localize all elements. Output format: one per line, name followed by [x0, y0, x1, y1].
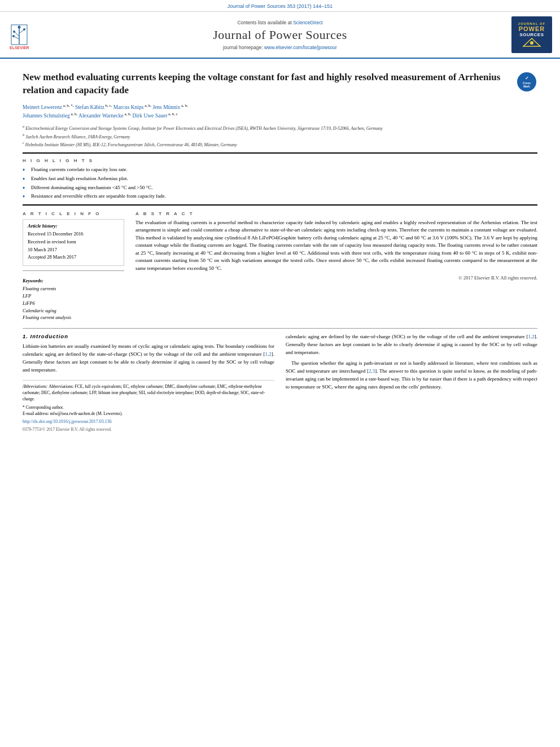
svg-point-11 [530, 41, 533, 45]
keyword-5: Floating current analysis [23, 314, 124, 321]
svg-point-5 [13, 30, 15, 33]
header-center: Contents lists available at ScienceDirec… [56, 16, 504, 53]
intro-para-1: Lithium-ion batteries are usually examin… [23, 343, 274, 374]
homepage-url[interactable]: www.elsevier.com/locate/jpowsour [264, 45, 337, 50]
introduction-body: Lithium-ion batteries are usually examin… [23, 343, 274, 374]
bullet-4: ♦ [23, 193, 28, 199]
footnote-area: Abbreviations: Abbreviations: FCE, full … [23, 380, 274, 433]
keywords-label: Keywords: [23, 278, 124, 283]
info-abstract-row: A R T I C L E I N F O Article history: R… [23, 211, 537, 324]
sciencedirect-link[interactable]: ScienceDirect [293, 20, 322, 25]
ref-2-3[interactable]: 2,3 [369, 368, 375, 374]
page: Journal of Power Sources 353 (2017) 144–… [0, 0, 560, 747]
journal-title: Journal of Power Sources [213, 28, 347, 42]
header-right: JOURNAL OF POWER SOURCES [509, 16, 554, 53]
col-left: 1. Introduction Lithium-ion batteries ar… [23, 333, 274, 433]
abbreviations-note: Abbreviations: Abbreviations: FCE, full … [23, 383, 274, 403]
power-sources-logo: JOURNAL OF POWER SOURCES [511, 16, 552, 53]
divider-bottom [23, 328, 537, 329]
svg-point-6 [23, 28, 25, 30]
article-history-label: Article history: [28, 223, 119, 229]
author-munnix: Jens Münnix [152, 104, 180, 110]
article-info-col: A R T I C L E I N F O Article history: R… [23, 211, 124, 324]
abstract-text: The evaluation of floating currents is a… [135, 219, 537, 273]
author-kabitz: Stefan Käbitz [75, 104, 104, 110]
svg-point-8 [18, 26, 21, 29]
logo-power-text: POWER [519, 25, 545, 32]
affiliations: a Electrochemical Energy Conversion and … [23, 124, 537, 148]
author-knips: Marcus Knips [113, 104, 144, 110]
article-title-section: New method evaluating currents keeping t… [23, 71, 537, 97]
highlight-text-3: Different dominating aging mechanism <45… [31, 184, 152, 191]
bullet-2: ♦ [23, 176, 28, 182]
highlight-4: ♦ Resistance and reversible effects are … [23, 193, 537, 200]
doi-line[interactable]: http://dx.doi.org/10.1016/j.jpowsour.201… [23, 418, 274, 425]
highlight-2: ♦ Enables fast and high resolution Arrhe… [23, 175, 537, 182]
article-title: New method evaluating currents keeping t… [23, 71, 511, 97]
journal-top-bar: Journal of Power Sources 353 (2017) 144–… [0, 0, 560, 12]
abbrev-label: Abbreviations: [23, 384, 49, 389]
divider-info [23, 270, 124, 271]
highlight-3: ♦ Different dominating aging mechanism <… [23, 184, 537, 191]
sciencedirect-line: Contents lists available at ScienceDirec… [237, 20, 322, 25]
article-history-box: Article history: Received 15 December 20… [23, 219, 124, 267]
ref-1-2[interactable]: 1,2 [528, 334, 535, 339]
intro-para-2b: The question whether the aging is path-i… [286, 360, 537, 391]
header-area: ELSEVIER Contents lists available at Sci… [0, 12, 560, 59]
highlight-text-2: Enables fast and high resolution Arrheni… [31, 175, 128, 182]
abbrev-text: Abbreviations: FCE, full cycle equivalen… [23, 384, 265, 402]
svg-text:ELSEVIER: ELSEVIER [10, 46, 29, 50]
affil-a: a Electrochemical Energy Conversion and … [23, 124, 537, 132]
affil-c: c Helmholtz Institute Münster (HI MS), I… [23, 140, 537, 148]
col-right-body: calendaric aging are defined by the stat… [286, 333, 537, 391]
introduction-heading: 1. Introduction [23, 333, 274, 339]
highlight-text-4: Resistance and reversible effects are se… [31, 193, 166, 200]
article-info-label: A R T I C L E I N F O [23, 211, 124, 216]
issn-line: 0378-7753/© 2017 Elsevier B.V. All right… [23, 426, 274, 433]
keyword-1: Floating currents [23, 285, 124, 292]
main-content: New method evaluating currents keeping t… [0, 59, 560, 438]
intro-para-2a: calendaric aging are defined by the stat… [286, 333, 537, 357]
highlight-text-1: Floating currents correlate to capacity … [31, 166, 128, 173]
logo-sources-text: SOURCES [519, 32, 544, 37]
keyword-2: LFP [23, 292, 124, 300]
keywords-box: Keywords: Floating currents LFP LiFP6 Ca… [23, 276, 124, 324]
journal-citation: Journal of Power Sources 353 (2017) 144–… [228, 3, 333, 9]
author-sauer: Dirk Uwe Sauer [133, 113, 168, 119]
highlights-label: H I G H L I G H T S [23, 158, 537, 163]
corresponding-note: * Corresponding author. [23, 404, 274, 410]
accepted-info: Accepted 28 March 2017 [28, 254, 119, 261]
journal-homepage: journal homepage: www.elsevier.com/locat… [223, 45, 337, 50]
keyword-4: Calendaric aging [23, 307, 124, 314]
crossmark-logo: ✓ Cross Mark [517, 72, 537, 93]
revised-date: 10 March 2017 [28, 247, 119, 254]
received-info: Received 15 December 2016 [28, 231, 119, 238]
abstract-label: A B S T R A C T [135, 211, 537, 216]
author-warnecke: Alexander Warnecke [78, 113, 124, 119]
divider-thick-1 [23, 152, 537, 154]
svg-point-7 [12, 35, 15, 37]
highlights-section: H I G H L I G H T S ♦ Floating currents … [23, 158, 537, 199]
abstract-copyright: © 2017 Elsevier B.V. All rights reserved… [135, 275, 537, 281]
ref-1[interactable]: 1,2 [265, 351, 272, 357]
bullet-1: ♦ [23, 167, 28, 173]
keyword-3: LiFP6 [23, 300, 124, 307]
homepage-prefix: journal homepage: [223, 45, 264, 50]
highlight-1: ♦ Floating currents correlate to capacit… [23, 166, 537, 173]
sciencedirect-prefix: Contents lists available at [237, 20, 293, 25]
crossmark-circle: ✓ Cross Mark [517, 72, 536, 91]
divider-thick-2 [23, 204, 537, 206]
authors-section: Meinert Lewerenz a, b, *, Stefan Käbitz … [23, 103, 537, 120]
abstract-col: A B S T R A C T The evaluation of floati… [135, 211, 537, 324]
bullet-3: ♦ [23, 185, 28, 191]
author-schmalstieg: Johannes Schmalstieg [23, 113, 70, 119]
received-revised-label: Received in revised form [28, 239, 119, 246]
header-left: ELSEVIER [6, 16, 51, 53]
col-right: calendaric aging are defined by the stat… [286, 333, 537, 433]
email-note: E-mail address: mlw@isea.rwth-aachen.de … [23, 410, 274, 417]
two-col-introduction: 1. Introduction Lithium-ion batteries ar… [23, 333, 537, 433]
elsevier-logo: ELSEVIER [8, 19, 48, 50]
author-lewerenz: Meinert Lewerenz [23, 104, 62, 110]
affil-b: b Juelich Aachen Research Alliance, JARA… [23, 132, 537, 140]
